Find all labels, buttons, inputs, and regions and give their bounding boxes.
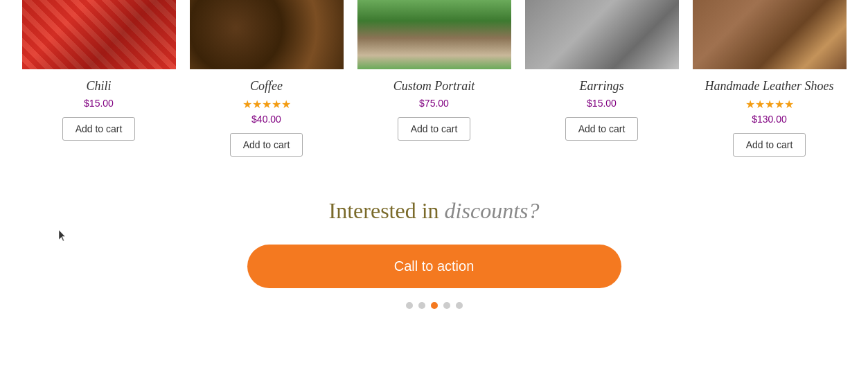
product-image-chili: [22, 0, 176, 69]
product-price-coffee: $40.00: [251, 114, 281, 125]
pagination-dot-1[interactable]: [418, 302, 425, 309]
call-to-action-button[interactable]: Call to action: [247, 245, 621, 288]
product-card-coffee: Coffee ★★★★★ $40.00 Add to cart: [183, 0, 351, 170]
discount-section: Interested in discounts? Call to action: [0, 170, 868, 323]
product-card-chili: Chili $15.00 Add to cart: [15, 0, 183, 154]
product-rating-handmade-leather-shoes: ★★★★★: [745, 98, 794, 111]
add-to-cart-earrings[interactable]: Add to cart: [565, 117, 639, 141]
add-to-cart-custom-portrait[interactable]: Add to cart: [398, 117, 471, 141]
add-to-cart-handmade-leather-shoes[interactable]: Add to cart: [733, 133, 806, 157]
pagination-dot-2[interactable]: [431, 302, 438, 309]
add-to-cart-chili[interactable]: Add to cart: [62, 117, 136, 141]
product-name-earrings: Earrings: [579, 79, 623, 94]
product-card-handmade-leather-shoes: Handmade Leather Shoes ★★★★★ $130.00 Add…: [686, 0, 853, 170]
discount-heading: Interested in discounts?: [329, 198, 540, 224]
products-row: Chili $15.00 Add to cart Coffee ★★★★★ $4…: [0, 0, 868, 170]
pagination-dot-3[interactable]: [443, 302, 450, 309]
product-card-custom-portrait: Custom Portrait $75.00 Add to cart: [351, 0, 518, 154]
product-name-chili: Chili: [86, 79, 111, 94]
product-price-handmade-leather-shoes: $130.00: [752, 114, 787, 125]
product-price-chili: $15.00: [84, 98, 114, 109]
product-price-custom-portrait: $75.00: [419, 98, 449, 109]
pagination-dot-0[interactable]: [406, 302, 413, 309]
product-price-earrings: $15.00: [587, 98, 617, 109]
product-image-coffee: [190, 0, 344, 69]
product-card-earrings: Earrings $15.00 Add to cart: [518, 0, 686, 154]
pagination-dots: [406, 302, 463, 309]
add-to-cart-coffee[interactable]: Add to cart: [230, 133, 303, 157]
product-image-custom-portrait: [357, 0, 511, 69]
product-name-custom-portrait: Custom Portrait: [393, 79, 475, 94]
product-image-earrings: [525, 0, 679, 69]
product-name-handmade-leather-shoes: Handmade Leather Shoes: [705, 79, 834, 94]
pagination-dot-4[interactable]: [456, 302, 463, 309]
product-name-coffee: Coffee: [250, 79, 283, 94]
discount-heading-italic: discounts?: [445, 198, 540, 223]
product-rating-coffee: ★★★★★: [242, 98, 291, 111]
product-image-handmade-leather-shoes: [693, 0, 847, 69]
discount-heading-plain: Interested in: [329, 198, 439, 223]
